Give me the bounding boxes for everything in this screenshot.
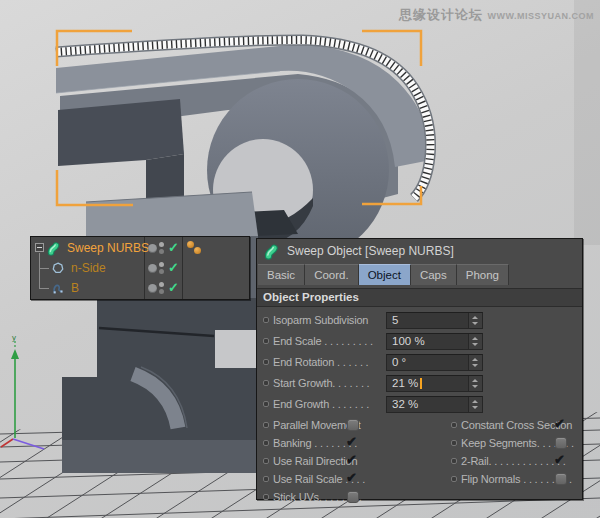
field-row-end-rotation: End Rotation . . . . . . 0 °: [257, 353, 582, 374]
object-row-b[interactable]: B ✓: [31, 278, 249, 298]
spinner-stepper[interactable]: [468, 376, 482, 391]
field-label: End Growth . . . . . . .: [273, 398, 369, 410]
keyframe-dot[interactable]: [263, 458, 269, 464]
flip-normals-checkbox[interactable]: ✔: [555, 473, 567, 485]
section-title: Object Properties: [257, 289, 582, 306]
spinner-stepper[interactable]: [468, 355, 482, 370]
object-row-sweep-nurbs[interactable]: Sweep NURBS ✓: [31, 238, 249, 258]
use-rail-scale-checkbox[interactable]: ✔: [347, 473, 359, 485]
keep-segments-checkbox[interactable]: ✔: [555, 437, 567, 449]
letter-stem: [62, 298, 258, 440]
object-label[interactable]: Sweep NURBS: [67, 238, 149, 258]
render-visibility-dot[interactable]: [159, 289, 164, 294]
check-row: Use Rail Direction ✔ 2-Rail. . . . . . .…: [257, 453, 582, 471]
constant-cross-section-checkbox[interactable]: ✔: [555, 419, 567, 431]
keyframe-dot[interactable]: [263, 440, 269, 446]
field-label: End Scale . . . . . . . . .: [273, 335, 373, 347]
tab-object[interactable]: Object: [359, 264, 411, 285]
parallel-movement-checkbox[interactable]: ✔: [347, 419, 359, 431]
editor-visibility-dot[interactable]: [159, 282, 164, 287]
render-visibility-dot[interactable]: [159, 269, 164, 274]
two-rail-checkbox[interactable]: ✔: [555, 455, 567, 467]
watermark: 思缘设计论坛 WWW.MISSYUAN.COM: [399, 5, 594, 24]
end-growth-input[interactable]: 32 %: [386, 396, 483, 413]
text-spline-icon: [51, 281, 65, 295]
object-manager-panel: Sweep NURBS ✓ n-Side ✓ B: [30, 236, 250, 300]
spinner-stepper[interactable]: [468, 334, 482, 349]
text-cursor: [420, 378, 422, 389]
app-window: y: [0, 0, 600, 518]
keyframe-dot[interactable]: [263, 338, 269, 344]
sweep-nurbs-icon: [47, 240, 63, 256]
start-growth-input[interactable]: 21 %: [386, 375, 483, 392]
tag-dot-icon[interactable]: [194, 247, 201, 254]
field-value: 21 %: [392, 376, 418, 391]
keyframe-dot[interactable]: [263, 359, 269, 365]
field-label: Isoparm Subdivision: [273, 314, 368, 326]
keyframe-dot[interactable]: [451, 440, 457, 446]
keyframe-dot[interactable]: [263, 422, 269, 428]
watermark-site-url: WWW.MISSYUAN.COM: [488, 11, 595, 21]
keyframe-dot[interactable]: [263, 476, 269, 482]
field-row-isoparm-subdivision: Isoparm Subdivision 5: [257, 311, 582, 332]
enabled-check-icon[interactable]: ✓: [168, 238, 179, 258]
check-row: Use Rail Scale . . . . ✔ Flip Normals . …: [257, 471, 582, 489]
end-scale-input[interactable]: 100 %: [386, 333, 483, 350]
section-header[interactable]: Object Properties: [257, 288, 582, 307]
field-value: 5: [392, 313, 398, 328]
field-value: 100 %: [392, 334, 425, 349]
editor-visibility-dot[interactable]: [159, 262, 164, 267]
y-axis-label: y: [12, 333, 16, 342]
keyframe-dot[interactable]: [451, 476, 457, 482]
field-row-end-scale: End Scale . . . . . . . . . 100 %: [257, 332, 582, 353]
layer-dot[interactable]: [148, 244, 157, 253]
keyframe-dot[interactable]: [263, 317, 269, 323]
checkbox-label: Use Rail Direction: [273, 455, 357, 467]
watermark-site-name: 思缘设计论坛: [399, 7, 483, 22]
field-row-end-growth: End Growth . . . . . . . 32 %: [257, 395, 582, 416]
keyframe-dot[interactable]: [263, 401, 269, 407]
stick-uvs-checkbox[interactable]: ✔: [347, 491, 359, 503]
keyframe-dot[interactable]: [451, 422, 457, 428]
attribute-header: Sweep Object [Sweep NURBS]: [257, 239, 582, 263]
tab-basic[interactable]: Basic: [258, 264, 305, 285]
z-axis: [13, 439, 44, 449]
check-row: Stick UVs. . . . . . . . ✔: [257, 489, 582, 507]
sweep-object-icon: [264, 242, 282, 260]
viewport-right-shade: [574, 0, 600, 245]
n-side-spline-icon: [51, 261, 65, 275]
keyframe-dot[interactable]: [263, 494, 269, 500]
field-value: 0 °: [392, 355, 406, 370]
editor-visibility-dot[interactable]: [159, 242, 164, 247]
tab-caps[interactable]: Caps: [411, 264, 457, 285]
attribute-title: Sweep Object [Sweep NURBS]: [287, 244, 454, 258]
use-rail-direction-checkbox[interactable]: ✔: [347, 455, 359, 467]
tab-phong[interactable]: Phong: [457, 264, 509, 285]
field-label: End Rotation . . . . . .: [273, 356, 368, 368]
world-axis-gizmo: y: [1, 333, 44, 449]
render-visibility-dot[interactable]: [159, 249, 164, 254]
layer-dot[interactable]: [148, 284, 157, 293]
keyframe-dot[interactable]: [263, 380, 269, 386]
checkbox-label: Banking . . . . . . . .: [273, 437, 357, 449]
spinner-stepper[interactable]: [468, 313, 482, 328]
tag-dot-icon[interactable]: [187, 241, 194, 248]
collapse-expander-icon[interactable]: [35, 243, 44, 252]
field-row-start-growth: Start Growth. . . . . . . 21 %: [257, 374, 582, 395]
enabled-check-icon[interactable]: ✓: [168, 258, 179, 278]
check-row: Banking . . . . . . . . ✔ Keep Segments.…: [257, 435, 582, 453]
object-label[interactable]: B: [71, 278, 79, 298]
end-rotation-input[interactable]: 0 °: [386, 354, 483, 371]
object-row-n-side[interactable]: n-Side ✓: [31, 258, 249, 278]
banking-checkbox[interactable]: ✔: [347, 437, 359, 449]
isoparm-subdivision-input[interactable]: 5: [386, 312, 483, 329]
enabled-check-icon[interactable]: ✓: [168, 278, 179, 298]
y-axis: y: [11, 333, 19, 438]
layer-dot[interactable]: [148, 264, 157, 273]
field-label: Start Growth. . . . . . .: [273, 377, 369, 389]
keyframe-dot[interactable]: [451, 458, 457, 464]
object-label[interactable]: n-Side: [71, 258, 106, 278]
spinner-stepper[interactable]: [468, 397, 482, 412]
field-value: 32 %: [392, 397, 418, 412]
tab-coord[interactable]: Coord.: [305, 264, 359, 285]
